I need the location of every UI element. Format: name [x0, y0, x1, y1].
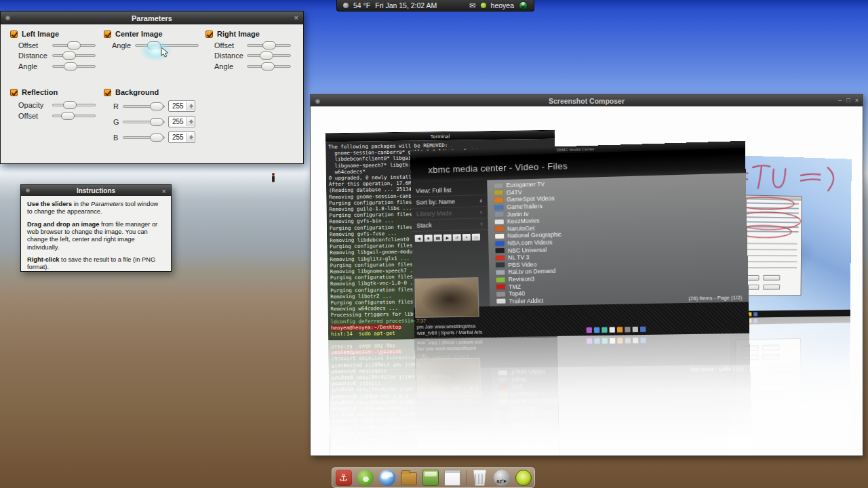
xbmc-item-icon [500, 443, 509, 447]
terminal-line: Purging configuration files for libotr2 … [332, 371, 555, 381]
terminal-line: Purging configuration files for libdebco… [332, 428, 556, 437]
composer-canvas[interactable]: Terminal The following packages will be … [311, 106, 863, 455]
background-checkbox[interactable] [104, 89, 111, 96]
xbmc-item-icon [498, 392, 507, 396]
slider-label: Distance [18, 52, 50, 60]
taskbar-app-icon [601, 327, 607, 333]
window-menu-icon[interactable] [315, 99, 320, 104]
xbmc-control-button: ▭ [472, 234, 480, 241]
username-label[interactable]: heoyea [491, 1, 514, 9]
xbmc-control-button: ■ [425, 235, 433, 241]
maximize-icon[interactable]: □ [846, 96, 850, 105]
pidgin-icon[interactable] [357, 470, 374, 486]
xbmc-control-button: ↺ [457, 434, 465, 441]
terminal-line: ldconfig deferred processing now taking … [331, 353, 555, 363]
spin-buttons[interactable] [186, 102, 194, 110]
background-r-spinbox[interactable]: 255 [168, 100, 195, 112]
xbmc-footer [414, 333, 750, 369]
mouse-cursor [161, 47, 170, 58]
right-offset-slider[interactable] [247, 44, 291, 47]
center-image-checkbox[interactable] [104, 30, 111, 38]
terminal-window-icon[interactable] [444, 470, 460, 486]
left-image-checkbox[interactable] [10, 30, 18, 38]
xbmc-item-icon [494, 197, 503, 202]
reflection-opacity-slider[interactable] [52, 104, 96, 106]
instruction-paragraph: Right-click to save the result to a file… [27, 256, 165, 272]
terminal-title: Terminal [431, 134, 450, 140]
mail-icon[interactable]: ✉ [469, 2, 475, 9]
left-offset-slider[interactable] [52, 44, 96, 47]
glow-orb-icon[interactable] [515, 470, 532, 486]
package-manager-icon[interactable] [422, 470, 439, 486]
right-image-checkbox[interactable] [205, 30, 213, 38]
section-right-image: Right Image [205, 30, 260, 38]
spin-buttons[interactable] [186, 117, 194, 126]
spin-buttons[interactable] [186, 133, 194, 142]
temperature-label[interactable]: 54 °F [353, 1, 370, 9]
left-angle-slider[interactable] [52, 65, 96, 68]
anchor-app-icon[interactable]: ⚓ [336, 470, 352, 486]
section-left-image: Left Image [10, 30, 59, 38]
terminal-line: hist:14 sudo apt-get [331, 340, 555, 350]
xbmc-video-caption: 7:37 pm Join www.wrestlingstrea wsn_tv69… [417, 340, 483, 359]
xbmc-list-item: NL TV 3 [499, 410, 751, 420]
xbmc-item-icon [500, 435, 509, 440]
wallpaper-person-figure [272, 176, 275, 182]
terminal-line: Removing gvfs-bin ... [333, 453, 557, 455]
right-distance-slider[interactable] [247, 54, 291, 57]
taskbar-app-icon [753, 312, 757, 316]
annotation-circles [729, 316, 850, 455]
browser-icon[interactable] [379, 470, 395, 486]
weather-ball-label: 62°F [494, 479, 510, 484]
dock-separator [466, 470, 467, 485]
composited-xbmc-shot[interactable]: XBMC Media Center xbmc media center - Vi… [410, 141, 749, 338]
trash-icon[interactable] [472, 470, 488, 486]
terminal-line: Processing triggers for libc6 ... [332, 359, 555, 369]
close-icon[interactable]: × [294, 13, 298, 22]
background-b-slider[interactable] [123, 136, 165, 139]
spin-value: 255 [172, 134, 184, 141]
xbmc-list-item: KeezMovies [500, 447, 752, 455]
xbmc-control-button: × [462, 234, 471, 241]
weather-ball-icon[interactable]: 62°F [494, 470, 510, 486]
background-g-spinbox[interactable]: 255 [168, 116, 195, 127]
xbmc-list-item: Rai.tv on Demand [499, 396, 751, 405]
terminal-line: Removing libotr2 ... [332, 378, 555, 388]
xbmc-taskbar [586, 327, 646, 333]
section-label: Left Image [22, 30, 59, 38]
close-icon[interactable]: × [162, 186, 166, 196]
background-g-slider[interactable] [123, 121, 165, 123]
background-b-spinbox[interactable]: 255 [168, 131, 195, 143]
parameters-titlebar[interactable]: Parameters × [1, 12, 303, 24]
left-distance-slider[interactable] [52, 54, 96, 57]
taskbar-app-icon [586, 327, 591, 333]
right-angle-slider[interactable] [247, 65, 291, 68]
window-menu-icon[interactable] [5, 16, 10, 20]
reflection-offset-slider[interactable] [52, 115, 96, 117]
spin-value: 255 [172, 118, 184, 125]
weather-icon[interactable] [343, 3, 349, 8]
minimize-icon[interactable]: ‒ [838, 96, 842, 105]
xbmc-video-caption: 7:37 pm Join www.wrestlingstrea wsn_tv69… [416, 317, 482, 336]
spin-value: 255 [172, 102, 184, 110]
xbmc-item-icon [498, 378, 507, 382]
reflection-checkbox[interactable] [10, 89, 18, 96]
xbmc-item-icon [494, 212, 503, 217]
slider-label: Angle [112, 41, 132, 49]
instructions-body: Use the sliders in the Parameters tool w… [21, 196, 171, 272]
section-label: Center Image [115, 30, 163, 38]
background-r-slider[interactable] [123, 105, 165, 108]
clock-label[interactable]: Fri Jan 15, 2:02 AM [375, 1, 437, 9]
taskbar-app-icon [594, 338, 599, 344]
file-manager-icon[interactable] [401, 472, 417, 485]
xbmc-list-item: TMZ [498, 381, 751, 391]
swirl-applet-icon[interactable] [519, 1, 528, 10]
composer-titlebar[interactable]: Screenshot Composer ‒ □ × [311, 95, 863, 106]
taskbar-app-icon [601, 338, 607, 344]
window-menu-icon[interactable] [26, 188, 30, 192]
slider-label: Opacity [18, 101, 50, 109]
instructions-titlebar[interactable]: Instructions × [21, 185, 171, 196]
close-icon[interactable]: × [855, 96, 859, 105]
xbmc-list-item: NBA.com Videos [500, 425, 752, 434]
right-shot-background [729, 316, 850, 455]
